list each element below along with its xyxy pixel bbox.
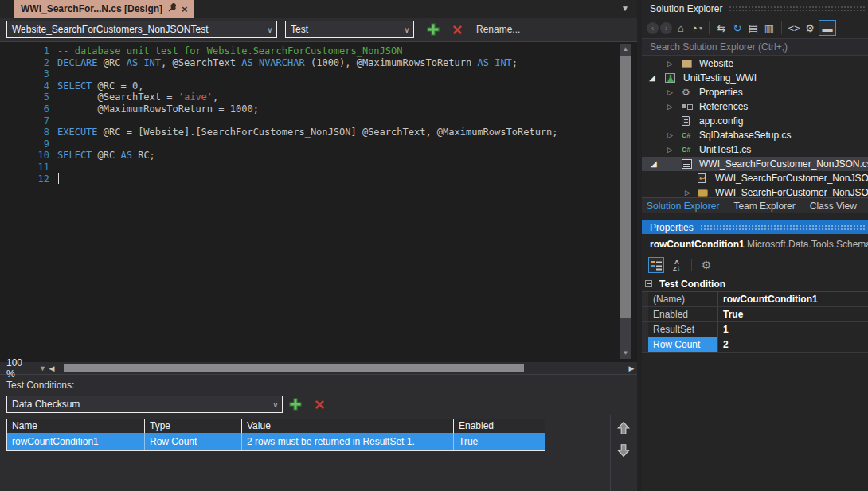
code-line[interactable]: 3 [0, 68, 613, 80]
collapsed-arrow-icon[interactable]: ▷ [685, 185, 690, 198]
back-icon[interactable]: ‹ [647, 22, 659, 34]
preview-selected-items-icon[interactable]: ▬ [819, 20, 836, 36]
properties-panel-title: Properties [642, 220, 868, 234]
condition-row[interactable]: rowCountCondition1Row Count2 rows must b… [7, 433, 545, 450]
horizontal-scrollbar[interactable] [59, 364, 624, 373]
refresh-icon[interactable]: ↻ [730, 20, 745, 36]
property-row-resultset[interactable]: ResultSet1 [642, 322, 868, 337]
pin-icon[interactable] [168, 3, 176, 14]
tab-class-view[interactable]: Class View [810, 201, 857, 212]
column-header-type[interactable]: Type [144, 419, 241, 433]
collapsed-arrow-icon[interactable]: ▷ [667, 57, 673, 71]
collapse-category-icon[interactable] [645, 280, 652, 287]
property-value[interactable]: 2 [718, 337, 868, 352]
table-header-row: NameTypeValueEnabled [7, 419, 545, 433]
code-line[interactable]: 1-- database unit test for Website.Searc… [0, 45, 613, 57]
code-line[interactable]: 4SELECT @RC = 0, [0, 80, 613, 92]
property-row-enabled[interactable]: EnabledTrue [642, 307, 868, 322]
document-tab[interactable]: WWI_SearchFor...N.cs [Design] × [14, 0, 194, 18]
add-condition-button[interactable] [287, 396, 303, 412]
property-row-row-count[interactable]: Row Count2 [642, 337, 868, 353]
test-name-dropdown[interactable]: Test ∨ [285, 21, 414, 38]
property-pages-wrench-icon[interactable]: ⚙ [698, 257, 714, 273]
code-line[interactable]: 12 [0, 173, 613, 185]
tree-item-app-config[interactable]: app.config [642, 114, 868, 128]
horizontal-scrollbar-thumb[interactable] [64, 364, 524, 372]
add-test-button[interactable] [425, 21, 441, 37]
solution-explorer-toolbar: ‹›⌂◔▾⇆↻▤▥<>⚙▬ [642, 18, 868, 38]
property-category-row[interactable]: Test Condition [642, 277, 868, 291]
alphabetical-sort-button[interactable]: AZ↓ [669, 257, 685, 273]
column-header-value[interactable]: Value [241, 419, 453, 433]
tree-item-unittest1-cs[interactable]: ▷C#UnitTest1.cs [642, 142, 868, 157]
property-label[interactable]: Row Count [648, 337, 718, 352]
collapse-all-icon[interactable]: ▤ [746, 20, 760, 36]
close-icon[interactable]: × [182, 4, 188, 14]
condition-type-dropdown[interactable]: Data Checksum ∨ [6, 396, 283, 413]
line-number: 11 [0, 162, 49, 173]
move-condition-up-button[interactable] [616, 421, 632, 437]
expanded-arrow-icon[interactable]: ◢ [651, 157, 657, 171]
code-line[interactable]: 5 @SearchText = 'aive', [0, 92, 613, 103]
code-line[interactable]: 11 [0, 162, 613, 173]
sync-with-active-document-icon[interactable]: ⇆ [714, 20, 729, 36]
property-value[interactable]: rowCountCondition1 [718, 292, 868, 306]
solution-explorer-search-input[interactable]: Search Solution Explorer (Ctrl+;) [642, 38, 868, 56]
vs-window: WWI_SearchFor...N.cs [Design] × ▼ Websit… [0, 0, 868, 491]
code-line[interactable]: 9 [0, 138, 613, 150]
collapsed-arrow-icon[interactable]: ▷ [667, 128, 673, 142]
collapsed-arrow-icon[interactable]: ▷ [667, 99, 673, 114]
tab-bar: WWI_SearchFor...N.cs [Design] × ▼ [0, 0, 637, 18]
vertical-scrollbar[interactable]: ▲ ▼ [620, 44, 631, 359]
tab-team-explorer[interactable]: Team Explorer [733, 201, 795, 212]
tree-item-wwi-searchforcustomer-nonjson[interactable]: ▷WWI_SearchForCustomer_NonJSON [642, 185, 868, 198]
collapsed-arrow-icon[interactable]: ▷ [667, 142, 673, 157]
tree-item-sqldatabasesetup-cs[interactable]: ▷C#SqlDatabaseSetup.cs [642, 128, 868, 142]
property-label[interactable]: (Name) [648, 292, 718, 306]
expanded-arrow-icon[interactable]: ◢ [649, 71, 655, 85]
column-header-name[interactable]: Name [7, 419, 144, 433]
property-label[interactable]: ResultSet [648, 322, 718, 337]
tree-item-references[interactable]: ▷References [642, 99, 868, 114]
tree-item-label: WWI_SearchForCustomer_NonJSON.r [715, 171, 868, 185]
property-value[interactable]: 1 [718, 322, 868, 337]
properties-wrench-icon[interactable]: ⚙ [803, 20, 817, 36]
property-label[interactable]: Enabled [648, 307, 718, 321]
pending-changes-filter-icon[interactable]: ◔▾ [690, 20, 704, 36]
property-value[interactable]: True [718, 307, 868, 321]
code-line[interactable]: 8EXECUTE @RC = [Website].[SearchForCusto… [0, 127, 613, 138]
vertical-scrollbar-thumb[interactable] [620, 56, 631, 318]
zoom-control[interactable]: 100 % ▼ [0, 357, 46, 380]
delete-condition-button[interactable] [311, 396, 327, 412]
tab-solution-explorer[interactable]: Solution Explorer [647, 201, 719, 212]
tree-item-website[interactable]: ▷Website [642, 57, 868, 71]
collapsed-arrow-icon[interactable]: ▷ [667, 85, 673, 99]
home-icon[interactable]: ⌂ [674, 20, 688, 36]
scroll-down-icon[interactable]: ▼ [620, 348, 631, 359]
categorized-view-button[interactable] [648, 257, 664, 273]
column-header-enabled[interactable]: Enabled [453, 419, 545, 433]
code-line[interactable]: 7 [0, 115, 613, 127]
scroll-right-icon[interactable]: ▶ [626, 364, 637, 372]
tree-item-wwi-searchforcustomer-nonjson-cs[interactable]: ◢WWI_SearchForCustomer_NonJSON.cs [642, 157, 868, 171]
tree-item-wwi-searchforcustomer-nonjson-r[interactable]: WWI_SearchForCustomer_NonJSON.r [642, 171, 868, 185]
code-line[interactable]: 2DECLARE @RC AS INT, @SearchText AS NVAR… [0, 57, 613, 69]
move-condition-down-button[interactable] [616, 443, 632, 459]
code-line[interactable]: 10SELECT @RC AS RC; [0, 150, 613, 162]
properties-object-dropdown[interactable]: rowCountCondition1 Microsoft.Data.Tools.… [642, 236, 868, 253]
scroll-left-icon[interactable]: ◀ [46, 364, 57, 372]
delete-test-button[interactable] [449, 21, 465, 37]
tree-item-unittesting-wwi[interactable]: ◢UnitTesting_WWI [642, 71, 868, 85]
view-code-icon[interactable]: <> [787, 20, 801, 36]
property-row--name-[interactable]: (Name)rowCountCondition1 [642, 292, 868, 307]
document-list-chevron-icon[interactable]: ▼ [621, 4, 629, 13]
rename-button[interactable]: Rename... [476, 24, 520, 35]
sql-code-editor[interactable]: 1-- database unit test for Website.Searc… [0, 42, 637, 362]
code-line[interactable]: 6 @MaximumRowsToReturn = 1000; [0, 103, 613, 115]
tree-item-label: References [699, 99, 748, 114]
forward-icon[interactable]: › [660, 22, 672, 34]
test-class-dropdown[interactable]: Website_SearchForCustomers_NonJSONTest ∨ [6, 21, 277, 38]
tree-item-properties[interactable]: ▷⚙Properties [642, 85, 868, 99]
show-all-files-icon[interactable]: ▥ [762, 20, 776, 36]
scroll-up-icon[interactable]: ▲ [620, 44, 631, 55]
